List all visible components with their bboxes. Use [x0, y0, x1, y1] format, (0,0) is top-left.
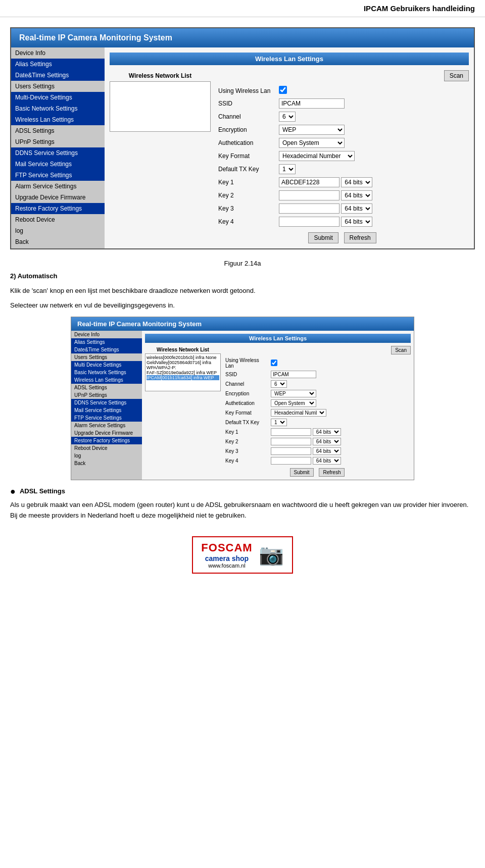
sidebar-item-ddns[interactable]: DDNS Service Settings [11, 147, 105, 159]
sidebar-item-users[interactable]: Users Settings [11, 81, 105, 92]
select2-bits-key4[interactable]: 64 bits [313, 457, 341, 465]
cam-frame-1: Real-time IP Camera Monitoring System De… [10, 27, 475, 249]
sidebar2-alarm[interactable]: Alarm Service Settings [71, 422, 142, 429]
refresh-button-1[interactable]: Refresh [344, 232, 376, 243]
wireless-item-3[interactable]: FAF-SZ[0019e0ada922] infra WEP [147, 370, 219, 375]
wireless-item-2[interactable]: GeldValley[0025864d0716] infra WPA/WPA2-… [147, 360, 219, 370]
checkbox2-using-wireless[interactable] [271, 360, 277, 366]
row-encryption: Encryption WEP [216, 123, 469, 136]
select2-bits-key1[interactable]: 64 bits [313, 428, 341, 436]
input-key2[interactable] [279, 190, 340, 200]
wireless-item-4[interactable]: IPCAM[001b11fca634] infra WEP [147, 375, 219, 380]
wireless-right-1: Scan Using Wireless Lan SSID [216, 70, 469, 243]
label2-encryption: Encryption [224, 389, 269, 398]
sidebar2-reboot[interactable]: Reboot Device [71, 444, 142, 452]
label2-ssid: SSID [224, 370, 269, 379]
submit-button-1[interactable]: Submit [308, 232, 338, 243]
select-keyformat[interactable]: Hexadecimal Number [279, 151, 355, 161]
sidebar2-multidevice[interactable]: Multi Device Settings [71, 361, 142, 369]
sidebar2-basicnet[interactable]: Basic Network Settings [71, 369, 142, 376]
sidebar-item-upnp[interactable]: UPnP Settings [11, 136, 105, 147]
sidebar2-ftp[interactable]: FTP Service Settings [71, 414, 142, 422]
input-ssid[interactable] [279, 98, 345, 109]
sidebar-item-deviceinfo[interactable]: Device Info [11, 47, 105, 59]
checkbox-using-wireless[interactable] [279, 86, 287, 94]
input2-key1[interactable] [271, 428, 311, 436]
sidebar-item-firmware[interactable]: Upgrade Device Firmware [11, 192, 105, 203]
sidebar2-restore[interactable]: Restore Factory Settings [71, 437, 142, 444]
sidebar2-users[interactable]: Users Settings [71, 353, 142, 361]
select-authetication[interactable]: Open System [279, 138, 345, 148]
select2-bits-key2[interactable]: 64 bits [313, 438, 341, 445]
sidebar2-deviceinfo[interactable]: Device Info [71, 331, 142, 338]
sidebar-item-reboot[interactable]: Reboot Device [11, 214, 105, 225]
label-ssid: SSID [216, 97, 276, 110]
form-table-2: Using Wireless Lan SSID Channel 6 [224, 356, 411, 466]
sidebar2-mail[interactable]: Mail Service Settings [71, 406, 142, 414]
wireless-item-1[interactable]: wireless[000fe201b5cb] infra None [147, 355, 219, 360]
sidebar-item-datetime[interactable]: Date&Time Settings [11, 70, 105, 81]
label-key3: Key 3 [216, 202, 276, 215]
refresh-button-2[interactable]: Refresh [319, 468, 345, 477]
sidebar2-upnp[interactable]: UPnP Settings [71, 391, 142, 399]
input2-key3[interactable] [271, 447, 311, 455]
row2-defaulttxkey: Default TX Key 1 [224, 418, 411, 427]
bullet-label: ADSL Settings [20, 487, 65, 495]
scan-button-2[interactable]: Scan [391, 346, 411, 354]
scan-button-1[interactable]: Scan [444, 70, 469, 81]
wireless-list-box-1[interactable] [110, 81, 211, 132]
sidebar2-datetime[interactable]: Date&Time Settings [71, 346, 142, 353]
select2-channel[interactable]: 6 [271, 380, 287, 388]
wireless-list-box-2[interactable]: wireless[000fe201b5cb] infra None GeldVa… [145, 353, 221, 391]
label-defaulttxkey: Default TX Key [216, 163, 276, 176]
select-bits-key3[interactable]: 64 bits [341, 203, 372, 214]
sidebar2-ddns[interactable]: DDNS Service Settings [71, 399, 142, 406]
sidebar-item-adsl[interactable]: ADSL Settings [11, 125, 105, 136]
sidebar-item-wireless[interactable]: Wireless Lan Settings [11, 114, 105, 125]
sidebar-item-ftp[interactable]: FTP Service Settings [11, 170, 105, 181]
sidebar2-adsl[interactable]: ADSL Settings [71, 384, 142, 391]
select-bits-key4[interactable]: 64 bits [341, 217, 372, 227]
label-authetication: Authetication [216, 136, 276, 149]
input-key1[interactable] [279, 177, 340, 187]
panel-title-2: Wireless Lan Settings [145, 334, 411, 343]
label2-defaulttxkey: Default TX Key [224, 418, 269, 427]
sidebar2-alias[interactable]: Alias Settings [71, 338, 142, 346]
select2-keyformat[interactable]: Hexadecimal Number [271, 409, 326, 417]
sidebar-item-multidevice[interactable]: Multi-Device Settings [11, 92, 105, 103]
input2-ssid[interactable] [271, 371, 316, 378]
wireless-left-2: Wireless Network List wireless[000fe201b… [145, 346, 221, 477]
label-using-wireless: Using Wireless Lan [216, 84, 276, 97]
input2-key4[interactable] [271, 457, 311, 465]
sidebar2-back[interactable]: Back [71, 459, 142, 467]
select-defaulttxkey[interactable]: 1 [279, 164, 296, 174]
select2-bits-key3[interactable]: 64 bits [313, 447, 341, 455]
select2-authetication[interactable]: Open System [271, 399, 316, 407]
select-channel[interactable]: 6 [279, 112, 296, 122]
input-key4[interactable] [279, 217, 340, 227]
select-bits-key2[interactable]: 64 bits [341, 190, 372, 200]
row2-key2: Key 2 64 bits [224, 437, 411, 446]
sidebar-item-alarm[interactable]: Alarm Service Settings [11, 181, 105, 192]
foscam-brand: FOSCAM [201, 541, 252, 554]
page-header: IPCAM Gebruikers handleiding [0, 0, 485, 17]
sidebar2-wireless[interactable]: Wireless Lan Settings [71, 376, 142, 384]
sidebar-item-restore[interactable]: Restore Factory Settings [11, 203, 105, 214]
select-encryption[interactable]: WEP [279, 125, 345, 135]
sidebar2-firmware[interactable]: Upgrade Device Firmware [71, 429, 142, 437]
input-key3[interactable] [279, 203, 340, 214]
input2-key2[interactable] [271, 438, 311, 445]
row-key1: Key 1 64 bits [216, 176, 469, 189]
sidebar-item-back[interactable]: Back [11, 236, 105, 247]
submit-button-2[interactable]: Submit [290, 468, 314, 477]
sidebar2-log[interactable]: log [71, 452, 142, 459]
sidebar-item-log[interactable]: log [11, 225, 105, 236]
sidebar-item-basicnet[interactable]: Basic Network Settings [11, 103, 105, 114]
body-para1: Klik de 'scan' knop en een lijst met bes… [10, 286, 475, 296]
sidebar-item-alias[interactable]: Alias Settings [11, 59, 105, 70]
bullet-section: ● ADSL Settings [10, 487, 475, 497]
select-bits-key1[interactable]: 64 bits [341, 177, 372, 187]
select2-defaulttxkey[interactable]: 1 [271, 419, 287, 426]
select2-encryption[interactable]: WEP [271, 390, 316, 397]
sidebar-item-mail[interactable]: Mail Service Settings [11, 159, 105, 170]
